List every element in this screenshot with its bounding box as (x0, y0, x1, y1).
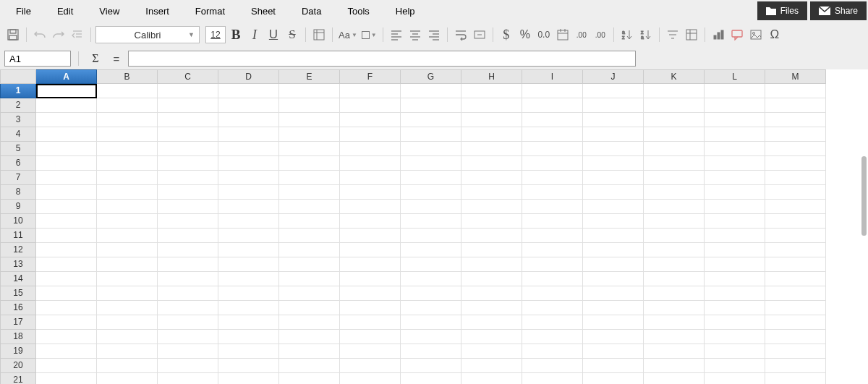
cell[interactable] (765, 373, 826, 384)
row-header[interactable]: 4 (0, 127, 36, 142)
cell[interactable] (461, 257, 522, 272)
cell[interactable] (765, 272, 826, 286)
column-header[interactable]: C (158, 69, 218, 84)
cell[interactable] (705, 315, 765, 330)
cell[interactable] (158, 301, 218, 315)
cell[interactable] (218, 344, 279, 359)
cell[interactable] (765, 185, 826, 200)
column-header[interactable]: F (340, 69, 401, 84)
cell[interactable] (644, 373, 705, 384)
cell[interactable] (522, 113, 583, 127)
cell[interactable] (36, 127, 97, 142)
bold-button[interactable]: B (227, 26, 244, 43)
cell[interactable] (97, 185, 158, 200)
cell[interactable] (461, 127, 522, 142)
cell[interactable] (583, 185, 644, 200)
currency-button[interactable]: $ (498, 26, 515, 43)
cell[interactable] (461, 113, 522, 127)
cell[interactable] (401, 142, 461, 156)
cell[interactable] (583, 84, 644, 98)
cell[interactable] (340, 359, 401, 373)
cell[interactable] (279, 185, 340, 200)
cell[interactable] (279, 344, 340, 359)
cell[interactable] (340, 185, 401, 200)
cell[interactable] (340, 214, 401, 229)
cell[interactable] (158, 229, 218, 243)
cell[interactable] (705, 344, 765, 359)
cell[interactable] (644, 330, 705, 344)
sort-desc-button[interactable]: za (637, 26, 655, 43)
add-decimal-button[interactable]: .00 (573, 26, 590, 43)
cell[interactable] (461, 98, 522, 113)
cell[interactable] (279, 156, 340, 171)
cell[interactable] (340, 301, 401, 315)
text-case-button[interactable]: Aa ▼ (337, 26, 359, 43)
cell[interactable] (218, 214, 279, 229)
freeze-panes-button[interactable] (683, 26, 700, 43)
cell[interactable] (158, 98, 218, 113)
strikethrough-button[interactable]: S (284, 26, 301, 43)
cell[interactable] (765, 84, 826, 98)
cell[interactable] (705, 286, 765, 301)
cell[interactable] (97, 214, 158, 229)
cell[interactable] (36, 344, 97, 359)
cell[interactable] (158, 272, 218, 286)
cell[interactable] (340, 373, 401, 384)
row-header[interactable]: 10 (0, 214, 36, 229)
cell[interactable] (158, 185, 218, 200)
cell[interactable] (765, 315, 826, 330)
cell[interactable] (583, 359, 644, 373)
cell[interactable] (218, 315, 279, 330)
cell[interactable] (401, 200, 461, 214)
cell[interactable] (97, 359, 158, 373)
cell[interactable] (158, 359, 218, 373)
menu-help[interactable]: Help (383, 1, 428, 21)
cell[interactable] (401, 171, 461, 185)
outdent-icon[interactable] (69, 26, 86, 43)
cell[interactable] (97, 98, 158, 113)
filter-button[interactable] (664, 26, 681, 43)
cell[interactable] (36, 113, 97, 127)
cell[interactable] (644, 243, 705, 257)
cell[interactable] (218, 272, 279, 286)
cell[interactable] (36, 373, 97, 384)
cell[interactable] (340, 84, 401, 98)
cell[interactable] (279, 127, 340, 142)
cell[interactable] (340, 171, 401, 185)
row-header[interactable]: 1 (0, 84, 36, 98)
cell[interactable] (97, 315, 158, 330)
cell[interactable] (705, 373, 765, 384)
cell[interactable] (218, 359, 279, 373)
cell[interactable] (461, 315, 522, 330)
align-left-button[interactable] (388, 26, 405, 43)
cell[interactable] (765, 98, 826, 113)
cell[interactable] (218, 127, 279, 142)
font-size-input[interactable]: 12 (205, 26, 226, 43)
cell[interactable] (401, 359, 461, 373)
cell[interactable] (583, 200, 644, 214)
cell[interactable] (158, 373, 218, 384)
cell[interactable] (461, 229, 522, 243)
cell[interactable] (401, 272, 461, 286)
cell[interactable] (36, 185, 97, 200)
cell[interactable] (583, 142, 644, 156)
align-center-button[interactable] (407, 26, 424, 43)
cell-reference-input[interactable] (4, 51, 71, 67)
cell[interactable] (644, 214, 705, 229)
column-header[interactable]: L (705, 69, 765, 84)
cell[interactable] (705, 142, 765, 156)
undo-icon[interactable] (31, 26, 48, 43)
cell[interactable] (279, 142, 340, 156)
row-header[interactable]: 5 (0, 142, 36, 156)
cell[interactable] (97, 257, 158, 272)
cell[interactable] (340, 330, 401, 344)
cell[interactable] (340, 272, 401, 286)
cell[interactable] (340, 156, 401, 171)
column-header[interactable]: M (765, 69, 826, 84)
sort-asc-button[interactable]: az (618, 26, 636, 43)
cell[interactable] (97, 373, 158, 384)
cell[interactable] (461, 359, 522, 373)
row-header[interactable]: 19 (0, 344, 36, 359)
percent-button[interactable]: % (516, 26, 534, 43)
cell[interactable] (583, 315, 644, 330)
